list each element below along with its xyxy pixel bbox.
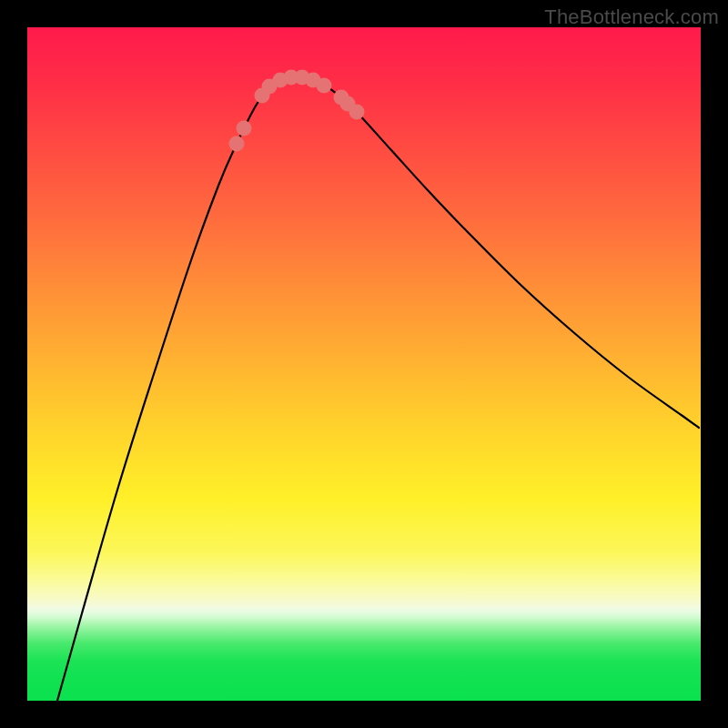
chart-frame: TheBottleneck.com xyxy=(0,0,728,728)
highlight-dot xyxy=(317,78,332,94)
highlight-dot xyxy=(229,136,245,152)
highlight-dots xyxy=(229,70,365,152)
bottleneck-curve xyxy=(57,77,699,701)
watermark-text: TheBottleneck.com xyxy=(544,5,719,29)
plot-area xyxy=(27,27,701,701)
curve-layer xyxy=(27,27,701,701)
highlight-dot xyxy=(237,121,252,136)
highlight-dot xyxy=(349,105,365,120)
